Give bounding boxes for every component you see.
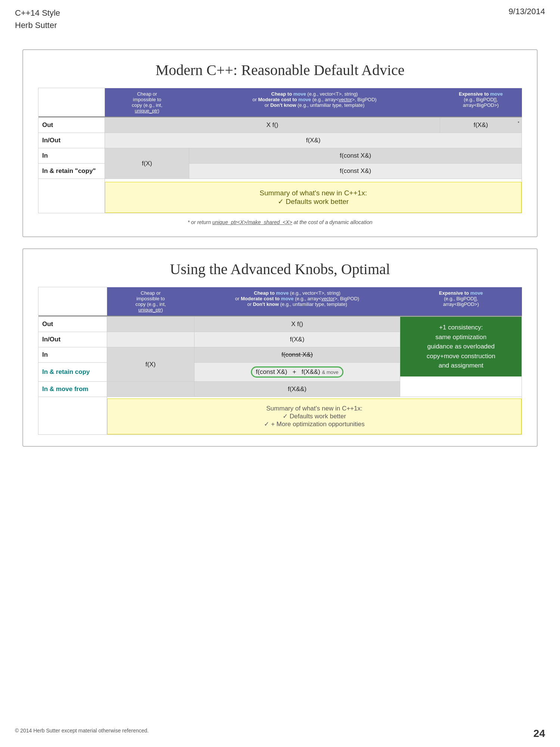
summary-box: Summary of what's new in C++1x: ✓ Defaul… [105, 182, 522, 213]
slide2-title: Using the Advanced Knobs, Optimal [38, 260, 522, 278]
s2-summary-line1: Summary of what's new in C++1x: [115, 405, 514, 412]
slide1-table: Cheap orimpossible tocopy (e.g., int,uni… [38, 88, 522, 213]
header-title: C++14 Style Herb Sutter [15, 7, 60, 31]
s2-header-empty [38, 287, 107, 316]
label-retain: In & retain "copy" [38, 164, 105, 179]
footer: © 2014 Herb Sutter except material other… [15, 728, 545, 740]
page-number: 24 [533, 728, 545, 740]
table-row-inout: In/Out f(X&) [38, 133, 522, 148]
s2-cell-out-cheap [107, 317, 194, 332]
s2-cell-retain-mid: f(const X&) + f(X&&) & move [194, 363, 400, 382]
summary-line2: ✓ Defaults work better [113, 197, 514, 206]
s2-summary-cell: Summary of what's new in C++1x: ✓ Defaul… [107, 397, 522, 435]
header-date: 9/13/2014 [508, 7, 545, 31]
s2-row-out: Out X f() +1 consistency:same optimizati… [38, 317, 522, 332]
summary-line1: Summary of what's new in C++1x: [113, 189, 514, 197]
copyright: © 2014 Herb Sutter except material other… [15, 728, 149, 740]
table-row-out: Out X f() f(X&) * [38, 118, 522, 133]
s2-label-retain: In & retain copy [38, 363, 107, 382]
cell-in-cheap: f(X) [105, 148, 189, 179]
cell-out-mid: X f() [105, 118, 440, 133]
cell-out-exp: f(X&) * [440, 118, 522, 133]
label-in: In [38, 148, 105, 164]
s2-label-in: In [38, 347, 107, 363]
s2-header-exp: Expensive to move(e.g., BigPOD[],array<B… [400, 287, 522, 316]
s2-cell-inout-cheap [107, 332, 194, 347]
footnote: * or return unique_ptr<X>/make_shared_<X… [38, 219, 522, 225]
slide2-header-row: Cheap orimpossible tocopy (e.g., int,uni… [38, 287, 522, 316]
header-empty-cell [38, 88, 105, 117]
table-row-summary: Summary of what's new in C++1x: ✓ Defaul… [38, 179, 522, 213]
table-header-row: Cheap orimpossible tocopy (e.g., int,uni… [38, 88, 522, 117]
header-cheap-col: Cheap orimpossible tocopy (e.g., int,uni… [105, 88, 189, 117]
green-oval: f(const X&) + f(X&&) & move [251, 366, 343, 378]
s2-cell-out-mid: X f() [194, 317, 400, 332]
table-row-in: In f(X) f(const X&) [38, 148, 522, 164]
summary-cell: Summary of what's new in C++1x: ✓ Defaul… [105, 179, 522, 213]
s2-summary-line2: ✓ Defaults work better [115, 412, 514, 420]
s2-cell-inout-mid: f(X&) [194, 332, 400, 347]
s2-cell-in-mid: f(const X&) [194, 347, 400, 363]
s2-cell-in-cheap: f(X) [107, 347, 194, 382]
header-mid-col: Cheap to move (e.g., vector<T>, string) … [189, 88, 440, 117]
asterisk: * [518, 121, 519, 125]
s2-summary-box: Summary of what's new in C++1x: ✓ Defaul… [107, 399, 522, 434]
consistency-box: +1 consistency:same optimizationguidance… [400, 317, 522, 376]
s2-label-movefrom: In & move from [38, 382, 107, 397]
s2-summary-row: Summary of what's new in C++1x: ✓ Defaul… [38, 397, 522, 435]
s2-header-mid: Cheap to move (e.g., vector<T>, string) … [194, 287, 400, 316]
header: C++14 Style Herb Sutter 9/13/2014 [0, 0, 560, 34]
consistency-cell: +1 consistency:same optimizationguidance… [400, 317, 522, 397]
cell-retain-mid: f(const X&) [189, 164, 522, 179]
slide2-table: Cheap orimpossible tocopy (e.g., int,uni… [38, 287, 522, 435]
s2-summary-line3: ✓ + More optimization opportunities [115, 420, 514, 428]
s2-cell-movefrom-mid: f(X&&) [194, 382, 400, 397]
slide1: Modern C++: Reasonable Default Advice Ch… [22, 49, 538, 237]
slide1-title: Modern C++: Reasonable Default Advice [38, 61, 522, 79]
cell-inout: f(X&) [105, 133, 522, 148]
s2-summary-empty [38, 397, 107, 435]
s2-label-inout: In/Out [38, 332, 107, 347]
summary-empty [38, 179, 105, 213]
label-out: Out [38, 118, 105, 133]
header-exp-col: Expensive to move(e.g., BigPOD[],array<B… [440, 88, 522, 117]
s2-label-out: Out [38, 317, 107, 332]
s2-header-cheap: Cheap orimpossible tocopy (e.g., int,uni… [107, 287, 194, 316]
cell-in-mid: f(const X&) [189, 148, 522, 164]
label-inout: In/Out [38, 133, 105, 148]
slide2: Using the Advanced Knobs, Optimal Cheap … [22, 248, 538, 447]
s2-cell-movefrom-cheap [107, 382, 194, 397]
